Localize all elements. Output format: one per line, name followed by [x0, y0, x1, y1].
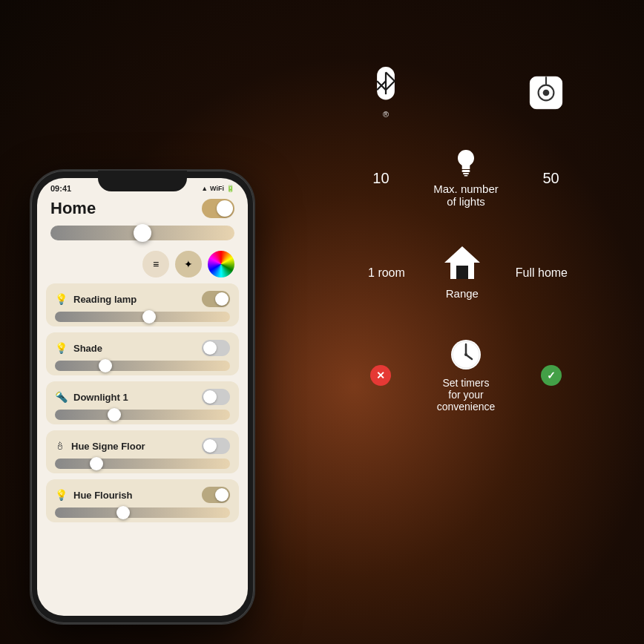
phone-notch — [98, 171, 187, 191]
light-toggle[interactable] — [202, 340, 230, 356]
brightness-slider-container — [37, 224, 248, 248]
max-lights-label: Max. number of lights — [433, 183, 499, 208]
light-name: Reading lamp — [73, 294, 137, 305]
svg-rect-11 — [463, 173, 469, 174]
svg-rect-12 — [464, 175, 467, 177]
light-name: Downlight 1 — [73, 392, 128, 403]
light-item: 🔦 Downlight 1 — [46, 381, 239, 424]
range-label: Range — [446, 286, 479, 301]
x-icon: ✕ — [376, 369, 385, 381]
light-item-top: 💡 Reading lamp — [55, 291, 230, 307]
svg-point-8 — [543, 90, 550, 96]
light-name: Hue Signe Floor — [71, 441, 145, 452]
light-slider-thumb — [116, 506, 130, 519]
light-item: 💡 Hue Flourish — [46, 479, 239, 522]
max-lights-label-line2: of lights — [433, 195, 499, 208]
lights-list: 💡 Reading lamp 💡 — [37, 283, 248, 528]
check-icon: ✓ — [547, 369, 556, 381]
bridge-max-lights: 50 — [536, 170, 566, 187]
light-toggle[interactable] — [202, 291, 230, 307]
bridge-icon — [527, 73, 565, 112]
light-toggle[interactable] — [202, 438, 230, 454]
light-name: Shade — [73, 343, 102, 354]
light-toggle[interactable] — [202, 389, 230, 405]
svg-rect-14 — [456, 266, 468, 279]
downlight-icon: 🔦 — [55, 391, 68, 403]
bluetooth-icon — [367, 67, 405, 105]
wifi-icon: WiFi — [210, 185, 224, 192]
timer-label-line1: Set timers — [437, 377, 496, 389]
timer-label: Set timers for your convenience — [437, 377, 496, 413]
bluetooth-registered: ® — [383, 110, 389, 119]
signal-icon: ▲ — [201, 185, 208, 192]
light-slider-track[interactable] — [55, 361, 230, 371]
bridge-feature — [527, 73, 565, 112]
timer-center: Set timers for your convenience — [437, 338, 496, 413]
home-toggle[interactable] — [202, 199, 234, 218]
house-icon — [443, 245, 482, 280]
light-item-top: 🕯 Hue Signe Floor — [55, 438, 230, 454]
brightness-thumb — [134, 224, 151, 242]
tab-icons: ≡ ✦ — [37, 248, 248, 283]
info-panel: ® 10 Max. number of l — [332, 67, 599, 413]
light-name-row: 🔦 Downlight 1 — [55, 391, 128, 403]
bulb-icon: 💡 — [55, 342, 68, 354]
status-icons: ▲ WiFi 🔋 — [201, 185, 234, 192]
tab-list[interactable]: ≡ — [142, 251, 169, 277]
light-slider-thumb — [142, 310, 156, 323]
tab-color[interactable] — [208, 251, 234, 277]
home-title: Home — [50, 199, 96, 218]
home-header: Home — [37, 196, 248, 224]
light-name-row: 🕯 Hue Signe Floor — [55, 440, 145, 452]
bridge-timer-status: ✓ — [541, 365, 562, 386]
light-slider-track[interactable] — [55, 507, 230, 518]
range-row: 1 room Range Full home — [332, 245, 599, 301]
light-toggle-knob — [215, 488, 229, 502]
range-center: Range — [443, 245, 482, 301]
light-item: 💡 Shade — [46, 332, 239, 375]
light-item: 🕯 Hue Signe Floor — [46, 430, 239, 473]
status-time: 09:41 — [50, 184, 71, 193]
floor-lamp-icon: 🕯 — [55, 440, 65, 452]
light-name-row: 💡 Shade — [55, 342, 102, 354]
light-toggle[interactable] — [202, 487, 230, 503]
lightbulb-icon — [456, 148, 476, 177]
light-name: Hue Flourish — [73, 490, 132, 501]
bluetooth-range: 1 room — [364, 266, 409, 280]
light-toggle-knob — [203, 390, 217, 404]
battery-icon: 🔋 — [226, 185, 234, 192]
light-toggle-knob — [215, 292, 229, 306]
ceiling-lamp-icon: 💡 — [55, 489, 68, 501]
light-item-top: 💡 Shade — [55, 340, 230, 356]
max-lights-center: Max. number of lights — [433, 148, 499, 208]
light-name-row: 💡 Reading lamp — [55, 293, 137, 305]
light-slider-thumb — [90, 457, 103, 470]
light-item-top: 💡 Hue Flourish — [55, 487, 230, 503]
connectivity-icon-row: ® — [332, 67, 599, 119]
phone-mockup: 09:41 ▲ WiFi 🔋 Home — [31, 171, 261, 631]
timer-row: ✕ Set timers for your convenience ✓ — [332, 338, 599, 413]
bulb-icon: 💡 — [55, 293, 68, 305]
tab-scenes[interactable]: ✦ — [175, 251, 202, 277]
light-slider-track[interactable] — [55, 459, 230, 469]
light-item-top: 🔦 Downlight 1 — [55, 389, 230, 405]
light-slider-track[interactable] — [55, 312, 230, 322]
bluetooth-max-lights: 10 — [366, 170, 395, 187]
svg-rect-10 — [461, 170, 470, 172]
bridge-range: Full home — [516, 266, 568, 280]
svg-point-19 — [464, 353, 467, 356]
clock-icon — [450, 338, 482, 371]
home-toggle-knob — [217, 200, 233, 217]
bluetooth-timer-status: ✕ — [370, 365, 391, 386]
phone-body: 09:41 ▲ WiFi 🔋 Home — [31, 171, 254, 623]
light-toggle-knob — [203, 341, 217, 355]
light-name-row: 💡 Hue Flourish — [55, 489, 132, 501]
bluetooth-feature: ® — [367, 67, 405, 119]
light-item: 💡 Reading lamp — [46, 283, 239, 326]
timer-label-line3: convenience — [437, 401, 496, 413]
max-lights-row: 10 Max. number of lights 50 — [332, 148, 599, 208]
phone-screen: 09:41 ▲ WiFi 🔋 Home — [37, 178, 248, 616]
max-lights-label-line1: Max. number — [433, 183, 499, 195]
brightness-track[interactable] — [50, 226, 234, 240]
light-slider-track[interactable] — [55, 410, 230, 420]
